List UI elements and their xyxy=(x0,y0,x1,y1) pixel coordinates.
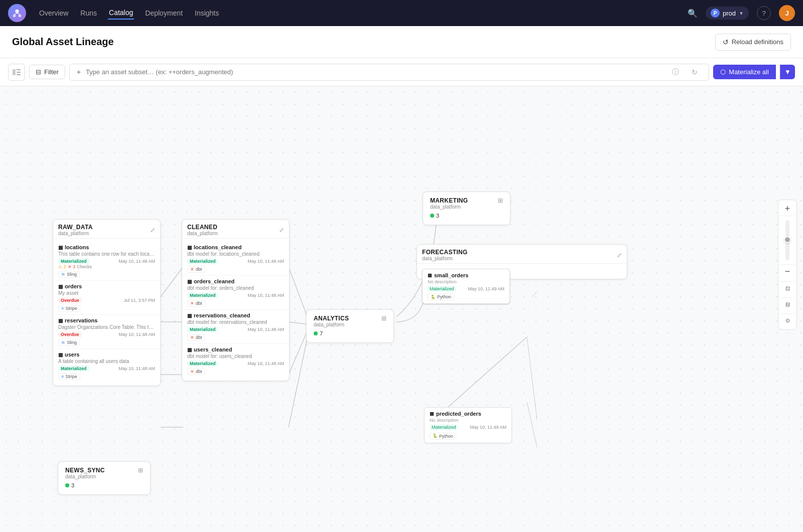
reload-icon: ↺ xyxy=(723,38,729,46)
asset-name-reservations: ▦ reservations xyxy=(58,317,155,323)
status-badge: Overdue xyxy=(58,331,82,337)
news-sync-title: NEWS_SYNC xyxy=(65,467,105,474)
info-button[interactable]: ⓘ xyxy=(667,64,684,80)
asset-desc: Dagster Organizations Core Table. This t… xyxy=(58,324,155,330)
svg-line-9 xyxy=(161,267,183,297)
page-title: Global Asset Lineage xyxy=(12,36,114,48)
minimap-button[interactable]: ⊟ xyxy=(780,297,794,311)
marketing-count: 3 xyxy=(430,213,439,219)
status-badge: Overdue xyxy=(58,297,82,303)
analytics-count: 7 xyxy=(314,330,323,336)
list-item[interactable]: ▦ orders_cleaned dbt model for: orders_c… xyxy=(182,276,289,310)
count-label: 3 xyxy=(71,482,74,488)
raw-data-node[interactable]: RAW_DATA data_platform ⤢ ▦ locations Thi… xyxy=(53,219,161,386)
raw-data-title: RAW_DATA xyxy=(58,224,93,231)
zoom-fit-button[interactable]: ⊡ xyxy=(780,281,794,295)
asset-desc: dbt model for: locations_cleaned xyxy=(187,251,284,257)
raw-data-expand-icon[interactable]: ⤢ xyxy=(150,227,155,234)
analytics-header: ANALYTICS data_platform ⊞ xyxy=(314,315,386,327)
nav-runs[interactable]: Runs xyxy=(79,7,98,19)
cleaned-header: CLEANED data_platform ⤢ xyxy=(182,220,289,239)
svg-rect-6 xyxy=(17,69,21,70)
list-item[interactable]: ▦ locations This table contains one row … xyxy=(53,242,160,281)
svg-line-19 xyxy=(527,337,537,420)
nav-insights[interactable]: Insights xyxy=(194,7,220,19)
search-button[interactable]: 🔍 xyxy=(688,9,698,18)
mini-desc: No description xyxy=(428,279,504,284)
top-nav: Overview Runs Catalog Deployment Insight… xyxy=(0,0,803,26)
news-sync-node[interactable]: NEWS_SYNC data_platform ⊞ 3 xyxy=(58,461,151,495)
forecasting-node[interactable]: FORECASTING data_platform ⤢ ▦ model_nb N… xyxy=(417,244,627,279)
cleaned-node[interactable]: CLEANED data_platform ⤢ ▦ locations_clea… xyxy=(182,219,290,381)
integration-badge: ✕ dbt xyxy=(187,368,205,375)
materialize-icon: ⬡ xyxy=(720,68,726,76)
integration-badge: ≡ Stripe xyxy=(58,373,80,380)
svg-line-18 xyxy=(437,337,527,417)
mini-title: ▦ predicted_orders xyxy=(430,411,506,417)
env-label: prod xyxy=(723,10,736,17)
cleaned-expand-icon[interactable]: ⤢ xyxy=(279,227,284,234)
asset-date: May 10, 11:48 AM xyxy=(247,327,284,332)
env-selector[interactable]: P prod ▼ xyxy=(706,7,749,20)
marketing-expand-icon[interactable]: ⊞ xyxy=(498,197,503,204)
nav-overview[interactable]: Overview xyxy=(38,7,69,19)
svg-point-2 xyxy=(19,15,22,18)
settings-zoom-button[interactable]: ⊙ xyxy=(780,313,794,327)
filter-label: Filter xyxy=(44,68,59,76)
sidebar-toggle-button[interactable] xyxy=(8,64,25,81)
asset-date: May 10, 11:48 AM xyxy=(247,361,284,366)
forecasting-body: ▦ model_nb No description Materialized M… xyxy=(417,264,627,274)
materialize-button[interactable]: ⬡ Materialize all xyxy=(713,65,775,79)
forecasting-expand-icon[interactable]: ⤢ xyxy=(617,252,622,259)
zoom-out-button[interactable]: − xyxy=(780,264,794,278)
avatar[interactable]: J xyxy=(779,5,795,21)
list-item[interactable]: ▦ locations_cleaned dbt model for: locat… xyxy=(182,242,289,276)
svg-rect-7 xyxy=(17,72,21,73)
toolbar: ⊟ Filter ✦ ⓘ ↻ ⬡ Materialize all ▼ xyxy=(0,58,803,86)
materialize-dropdown-button[interactable]: ▼ xyxy=(780,65,795,79)
svg-line-3 xyxy=(15,13,18,15)
reload-button[interactable]: ↺ Reload definitions xyxy=(715,34,791,51)
svg-rect-8 xyxy=(17,74,21,75)
analytics-node[interactable]: ANALYTICS data_platform ⊞ 7 xyxy=(306,309,394,343)
list-item[interactable]: ▦ orders My asset Overdue Jul 11, 3:57 P… xyxy=(53,281,160,315)
zoom-in-button[interactable]: + xyxy=(780,202,794,216)
help-button[interactable]: ? xyxy=(757,6,771,20)
forecasting-header: FORECASTING data_platform ⤢ xyxy=(417,245,627,264)
news-sync-expand-icon[interactable]: ⊞ xyxy=(138,467,143,474)
nav-catalog[interactable]: Catalog xyxy=(108,7,134,20)
lineage-canvas: RAW_DATA data_platform ⤢ ▦ locations Thi… xyxy=(0,86,803,532)
status-badge: Materialized xyxy=(187,292,218,298)
integration-badge: ≋ Sling xyxy=(58,271,80,278)
list-item[interactable]: ▦ users A table containing all users dat… xyxy=(53,349,160,383)
nav-links: Overview Runs Catalog Deployment Insight… xyxy=(38,7,220,20)
status-dot xyxy=(65,483,69,487)
predicted-orders-card[interactable]: ▦ predicted_orders No description Materi… xyxy=(424,407,512,443)
cleaned-body: ▦ locations_cleaned dbt model for: locat… xyxy=(182,239,289,381)
forecasting-title: FORECASTING xyxy=(422,249,468,256)
mini-card-small-orders[interactable]: ▦ small_orders No description Materializ… xyxy=(422,269,510,304)
zoom-slider[interactable] xyxy=(785,220,789,260)
list-item[interactable]: ▦ reservations Dagster Organizations Cor… xyxy=(53,315,160,349)
asset-meta: Overdue May 10, 11:48 AM xyxy=(58,331,155,337)
marketing-node[interactable]: MARKETING data_platform ⊞ 3 xyxy=(423,192,510,225)
list-item[interactable]: ▦ users_cleaned dbt model for: users_cle… xyxy=(182,344,289,378)
asset-meta: Materialized May 10, 11:48 AM xyxy=(187,292,284,298)
search-input[interactable] xyxy=(86,68,667,76)
marketing-subtitle: data_platform xyxy=(430,204,468,210)
asset-meta: Materialized May 10, 11:48 AM xyxy=(187,258,284,264)
asset-subset-icon: ✦ xyxy=(76,68,82,76)
asset-meta: Materialized May 10, 11:48 AM xyxy=(187,326,284,332)
asset-name-orders: ▦ orders xyxy=(58,283,155,289)
list-item[interactable]: ▦ reservations_cleaned dbt model for: re… xyxy=(182,310,289,344)
err-icon: ✕ 3 xyxy=(68,264,76,269)
logo[interactable] xyxy=(8,4,26,22)
filter-button[interactable]: ⊟ Filter xyxy=(29,65,65,79)
analytics-expand-icon[interactable]: ⊞ xyxy=(381,315,386,322)
nav-deployment[interactable]: Deployment xyxy=(144,7,184,19)
svg-line-4 xyxy=(17,13,20,15)
status-badge: Materialized xyxy=(187,361,218,367)
mini-meta: Materialized May 10, 11:49 AM xyxy=(430,424,506,430)
refresh-button[interactable]: ↻ xyxy=(687,64,703,80)
analytics-title: ANALYTICS xyxy=(314,315,349,322)
